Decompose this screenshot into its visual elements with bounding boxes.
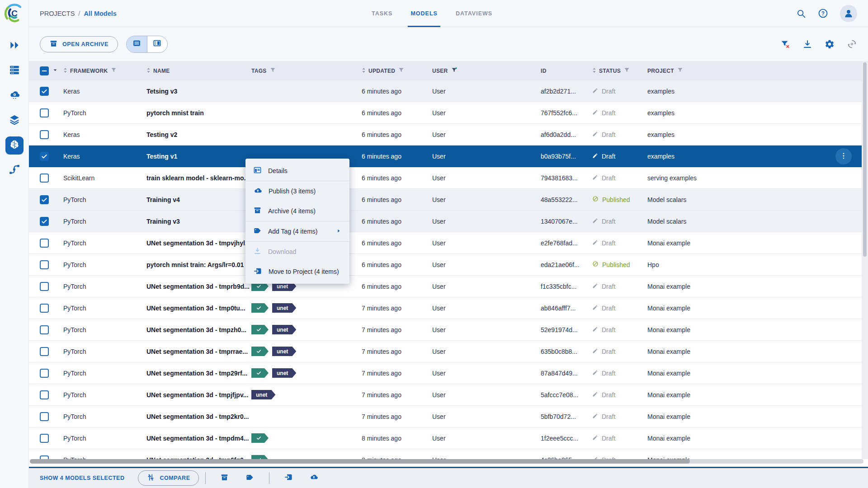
row-checkbox[interactable] [40, 369, 49, 378]
table-row[interactable]: KerasTesting v26 minutes agoUseraf6d0a2d… [29, 124, 868, 145]
user-avatar[interactable] [840, 5, 857, 22]
filter-funnel-icon[interactable] [269, 67, 276, 75]
tag-chip[interactable]: unet [251, 390, 275, 399]
tab-tasks[interactable]: TASKS [372, 0, 392, 27]
row-checkbox[interactable] [40, 304, 49, 313]
table-row[interactable]: PyTorchTraining v46 minutes agoUser48a55… [29, 189, 868, 211]
footer-add-tag-button[interactable] [237, 473, 263, 483]
table-row[interactable]: ScikitLearntrain sklearn model - sklearn… [29, 167, 868, 189]
row-checkbox[interactable] [40, 130, 49, 139]
row-checkbox[interactable] [40, 152, 49, 161]
filter-funnel-icon[interactable] [623, 67, 630, 75]
menu-item-archive[interactable]: Archive (4 items) [245, 201, 349, 221]
settings-gear-icon[interactable] [825, 39, 835, 49]
row-checkbox[interactable] [40, 455, 49, 460]
table-row[interactable]: PyTorchpytorch mnist train6 minutes agoU… [29, 102, 868, 124]
row-checkbox[interactable] [40, 195, 49, 204]
help-icon[interactable]: ? [818, 8, 828, 19]
menu-item-details[interactable]: Details [245, 161, 349, 181]
row-checkbox[interactable] [40, 347, 49, 356]
table-row[interactable]: PyTorchUNet segmentation 3d - tmp6fg0...… [29, 449, 868, 459]
column-header-user[interactable]: USER [432, 67, 541, 75]
table-row[interactable]: PyTorchUNet segmentation 3d - tmp0tu...u… [29, 297, 868, 319]
row-checkbox[interactable] [40, 412, 49, 421]
table-row[interactable]: PyTorchUNet segmentation 3d - tmp2kr0...… [29, 406, 868, 427]
vertical-scrollbar[interactable] [862, 61, 868, 459]
tag-chip-check[interactable] [251, 303, 269, 313]
table-row[interactable]: PyTorchTraining v36 minutes agoUser13407… [29, 211, 868, 232]
table-row[interactable]: PyTorchUNet segmentation 3d - tmpdm4...8… [29, 427, 868, 449]
tag-chip-check[interactable] [251, 347, 269, 356]
row-checkbox[interactable] [40, 239, 49, 248]
auto-refresh-icon[interactable] [847, 39, 857, 49]
tag-chip-check[interactable] [251, 455, 269, 459]
table-row[interactable]: PyTorchUNet segmentation 3d - tmpzh0...u… [29, 319, 868, 341]
tag-chip-check[interactable] [251, 325, 269, 334]
sort-icon[interactable] [362, 67, 366, 75]
horizontal-scrollbar[interactable] [30, 459, 863, 464]
selection-menu-caret-icon[interactable] [52, 66, 59, 75]
table-row[interactable]: PyTorchUNet segmentation 3d - tmprb9d...… [29, 276, 868, 297]
row-checkbox[interactable] [40, 434, 49, 443]
tag-chip[interactable]: unet [272, 325, 296, 334]
row-checkbox[interactable] [40, 260, 49, 269]
column-header-status[interactable]: STATUS [592, 67, 647, 75]
sidebar-item-queues[interactable] [5, 62, 24, 80]
tag-chip[interactable]: unet [272, 347, 296, 356]
clear-filters-icon[interactable] [780, 39, 790, 49]
horizontal-scrollbar-thumb[interactable] [30, 459, 690, 464]
table-row[interactable]: KerasTesting v16 minutes agoUserb0a93b75… [29, 145, 868, 167]
footer-publish-button[interactable] [301, 473, 326, 483]
table-row[interactable]: PyTorchUNet segmentation 3d - tmp29rf...… [29, 362, 868, 384]
column-header-framework[interactable]: FRAMEWORK [63, 67, 146, 75]
column-header-name[interactable]: NAME [146, 67, 251, 75]
sidebar-item-datasets[interactable] [5, 112, 24, 130]
tag-chip[interactable]: unet [272, 303, 296, 313]
menu-item-add-tag[interactable]: Add Tag (4 items) [245, 221, 349, 241]
row-checkbox[interactable] [40, 108, 49, 117]
tab-dataviews[interactable]: DATAVIEWS [456, 0, 492, 27]
open-archive-button[interactable]: OPEN ARCHIVE [40, 36, 118, 52]
sidebar-item-pipelines[interactable] [5, 161, 24, 179]
menu-item-move-to-project[interactable]: Move to Project (4 items) [245, 262, 349, 282]
clearml-logo[interactable]: C [5, 4, 24, 23]
sort-icon[interactable] [146, 67, 151, 75]
column-header-id[interactable]: ID [541, 68, 592, 74]
filter-funnel-icon[interactable] [677, 67, 684, 75]
filter-funnel-icon-active[interactable] [451, 67, 458, 75]
row-checkbox[interactable] [40, 174, 49, 183]
footer-archive-button[interactable] [212, 473, 237, 483]
row-kebab-menu-button[interactable] [835, 148, 852, 164]
download-table-icon[interactable] [802, 39, 812, 49]
table-row[interactable]: PyTorchUNet segmentation 3d - tmpjfjpv..… [29, 384, 868, 406]
column-header-tags[interactable]: TAGS [251, 67, 362, 75]
table-row[interactable]: PyTorchpytorch mnist train: Args/lr=0.01… [29, 254, 868, 276]
sort-icon[interactable] [63, 67, 67, 75]
filter-funnel-icon[interactable] [398, 67, 405, 75]
card-view-button[interactable] [147, 36, 167, 52]
footer-move-to-project-button[interactable] [276, 473, 301, 483]
column-header-project[interactable]: PROJECT [647, 67, 868, 75]
select-all-checkbox[interactable] [40, 66, 49, 75]
table-row[interactable]: KerasTetsing v36 minutes agoUseraf2b2d27… [29, 80, 868, 102]
row-checkbox[interactable] [40, 390, 49, 399]
selection-count-label[interactable]: SHOW 4 MODELS SELECTED [40, 475, 124, 481]
tag-chip[interactable]: unet [272, 368, 296, 378]
row-checkbox[interactable] [40, 217, 49, 226]
row-checkbox[interactable] [40, 87, 49, 96]
table-row[interactable]: PyTorchUNet segmentation 3d - tmpvjhyl..… [29, 232, 868, 254]
filter-funnel-icon[interactable] [110, 67, 117, 75]
tab-models[interactable]: MODELS [410, 0, 437, 27]
table-row[interactable]: PyTorchUNet segmentation 3d - tmprrae...… [29, 341, 868, 362]
search-icon[interactable] [796, 9, 806, 19]
row-checkbox[interactable] [40, 282, 49, 291]
breadcrumb-section[interactable]: PROJECTS [40, 10, 75, 17]
sidebar-item-expand[interactable] [5, 37, 24, 55]
compare-button[interactable]: COMPARE [138, 470, 198, 486]
menu-item-publish[interactable]: Publish (3 items) [245, 181, 349, 201]
tag-chip-check[interactable] [251, 368, 269, 378]
sort-icon[interactable] [592, 67, 596, 75]
tag-chip-check[interactable] [251, 433, 269, 443]
sidebar-item-models[interactable] [5, 136, 24, 155]
row-checkbox[interactable] [40, 325, 49, 334]
